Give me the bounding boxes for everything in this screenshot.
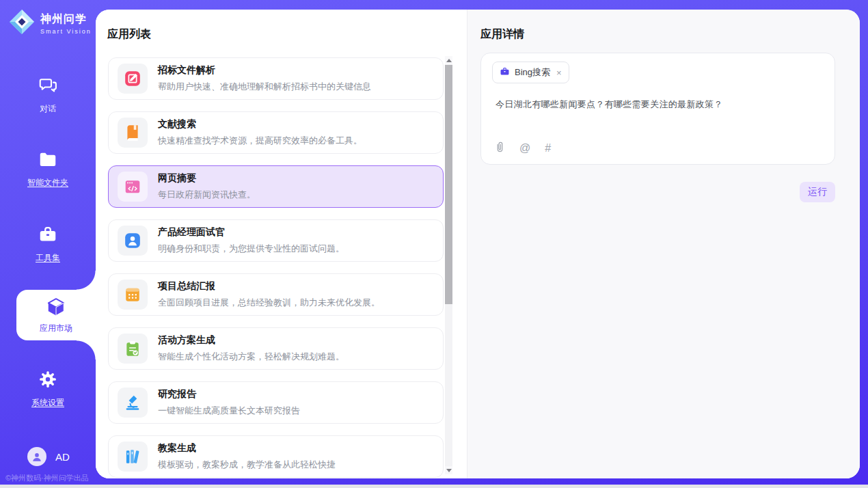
app-list-title: 应用列表 xyxy=(107,27,151,42)
tool-tag-bing-search[interactable]: Bing搜索 × xyxy=(492,62,569,83)
clipboard-check-icon xyxy=(118,334,148,364)
browser-code-icon xyxy=(118,172,148,202)
hash-tag-icon[interactable]: # xyxy=(545,143,551,154)
microscope-icon xyxy=(118,388,148,418)
sidebar-item-app-market-active[interactable]: 应用市场 xyxy=(16,290,96,340)
sidebar-item-label: 对话 xyxy=(0,103,96,115)
app-card-project-summary[interactable]: 项目总结汇报 全面回顾项目进展，总结经验教训，助力未来优化发展。 xyxy=(108,273,444,316)
app-card-list: 招标文件解析 帮助用户快速、准确地理解和解析招标书中的关键信息 文献搜索 xyxy=(108,57,444,478)
person-interview-icon xyxy=(118,226,148,256)
list-scrollbar[interactable] xyxy=(445,56,452,474)
run-button[interactable]: 运行 xyxy=(800,182,835,202)
app-card-desc: 一键智能生成高质量长文本研究报告 xyxy=(158,405,300,417)
sidebar-item-label: 系统设置 xyxy=(0,397,96,409)
app-card-activity-plan[interactable]: 活动方案生成 智能生成个性化活动方案，轻松解决规划难题。 xyxy=(108,327,444,370)
app-card-desc: 帮助用户快速、准确地理解和解析招标书中的关键信息 xyxy=(158,81,371,93)
briefcase-icon xyxy=(500,66,510,79)
brand-name: 神州问学 xyxy=(40,12,92,27)
avatar xyxy=(27,447,46,466)
sidebar-item-toolset[interactable]: 工具集 xyxy=(0,224,96,264)
app-card-title: 产品经理面试官 xyxy=(158,226,344,239)
folder-icon xyxy=(38,160,58,172)
app-card-webpage-summary-selected[interactable]: 网页摘要 每日政府新闻资讯快查。 xyxy=(108,165,444,208)
pen-square-icon xyxy=(118,64,148,94)
app-list-panel: 应用列表 招标文件解析 帮助用户快速、准确地理解和解析招标书中的关键信息 xyxy=(96,10,467,478)
chat-icon xyxy=(38,86,58,98)
app-card-literature-search[interactable]: 文献搜索 快速精准查找学术资源，提高研究效率的必备工具。 xyxy=(108,111,444,154)
mention-at-icon[interactable]: @ xyxy=(519,143,530,154)
book-icon xyxy=(118,118,148,148)
copyright-text: ©神州数码·神州问学出品 xyxy=(5,473,89,483)
scrollbar-up-arrow-icon[interactable] xyxy=(445,56,452,64)
sidebar-item-settings[interactable]: 系统设置 xyxy=(0,369,96,409)
app-card-bid-parse[interactable]: 招标文件解析 帮助用户快速、准确地理解和解析招标书中的关键信息 xyxy=(108,57,444,100)
prompt-card[interactable]: Bing搜索 × 今日湖北有哪些新闻要点？有哪些需要关注的最新政策？ @ # xyxy=(480,53,835,165)
app-card-desc: 智能生成个性化活动方案，轻松解决规划难题。 xyxy=(158,351,344,363)
user-account[interactable]: AD xyxy=(27,447,70,466)
paperclip-icon[interactable] xyxy=(495,141,505,156)
app-card-desc: 快速精准查找学术资源，提高研究效率的必备工具。 xyxy=(158,135,362,147)
window-bottom-edge xyxy=(0,485,868,488)
toolbox-icon xyxy=(38,235,58,247)
sidebar-item-label: 应用市场 xyxy=(16,323,96,334)
app-detail-title: 应用详情 xyxy=(480,27,835,42)
sidebar-item-label: 工具集 xyxy=(0,252,96,264)
books-icon xyxy=(118,442,148,472)
app-card-title: 网页摘要 xyxy=(158,172,256,185)
app-card-desc: 每日政府新闻资讯快查。 xyxy=(158,189,256,201)
app-card-desc: 模板驱动，教案秒成，教学准备从此轻松快捷 xyxy=(158,459,336,471)
app-card-title: 项目总结汇报 xyxy=(158,280,380,293)
app-card-title: 招标文件解析 xyxy=(158,64,371,77)
app-card-title: 活动方案生成 xyxy=(158,334,344,347)
prompt-text[interactable]: 今日湖北有哪些新闻要点？有哪些需要关注的最新政策？ xyxy=(496,98,821,111)
brand-logo: 神州问学 Smart Vision xyxy=(9,9,92,38)
sidebar: 神州问学 Smart Vision 对话 智能文件夹 xyxy=(0,0,96,488)
app-card-research-report[interactable]: 研究报告 一键智能生成高质量长文本研究报告 xyxy=(108,381,444,424)
app-card-desc: 全面回顾项目进展，总结经验教训，助力未来优化发展。 xyxy=(158,297,380,309)
app-card-title: 研究报告 xyxy=(158,388,300,401)
cube-icon xyxy=(46,308,66,319)
app-card-desc: 明确身份和职责，为您提供专业性的面试问题。 xyxy=(158,243,344,255)
app-card-title: 教案生成 xyxy=(158,442,336,455)
calendar-report-icon xyxy=(118,280,148,310)
tool-tag-remove-icon[interactable]: × xyxy=(556,68,562,78)
scrollbar-thumb[interactable] xyxy=(445,65,452,304)
app-window: 神州问学 Smart Vision 对话 智能文件夹 xyxy=(0,0,868,488)
sidebar-item-smart-folder[interactable]: 智能文件夹 xyxy=(0,149,96,189)
composer-toolbar: @ # xyxy=(495,141,551,156)
main-content: 应用列表 招标文件解析 帮助用户快速、准确地理解和解析招标书中的关键信息 xyxy=(96,10,860,478)
diamond-logo-icon xyxy=(9,9,35,38)
brand-subtitle: Smart Vision xyxy=(40,28,92,35)
sidebar-item-chat[interactable]: 对话 xyxy=(0,75,96,115)
user-initials: AD xyxy=(55,451,70,463)
scrollbar-down-arrow-icon[interactable] xyxy=(445,466,452,474)
app-card-lesson-plan[interactable]: 教案生成 模板驱动，教案秒成，教学准备从此轻松快捷 xyxy=(108,435,444,478)
app-card-title: 文献搜索 xyxy=(158,118,362,131)
gear-icon xyxy=(38,380,58,392)
app-card-pm-interviewer[interactable]: 产品经理面试官 明确身份和职责，为您提供专业性的面试问题。 xyxy=(108,219,444,262)
app-detail-panel: 应用详情 Bing搜索 × 今日湖北有哪些新闻要点？有哪些需要关注的最新政策？ xyxy=(467,10,860,478)
tool-tag-label: Bing搜索 xyxy=(515,66,550,79)
sidebar-item-label: 智能文件夹 xyxy=(0,177,96,189)
